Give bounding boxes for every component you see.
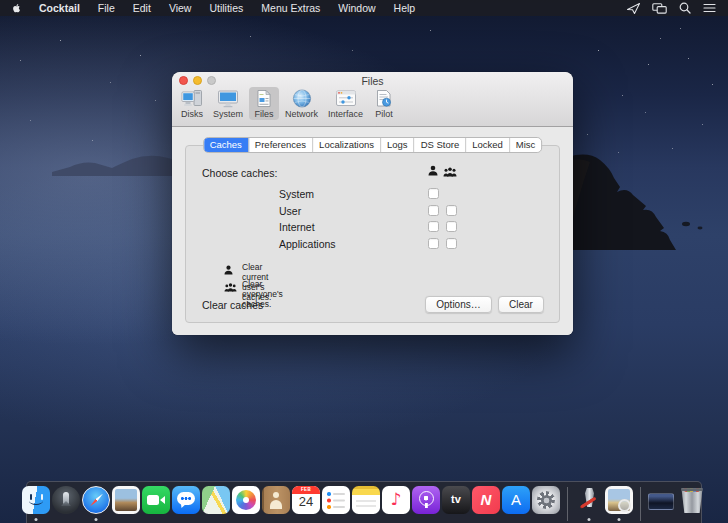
- tv-dock-icon[interactable]: tv: [442, 486, 470, 523]
- toolbar-label: Files: [255, 109, 274, 119]
- running-indicator: [35, 518, 38, 521]
- cocktail-dock-icon[interactable]: [575, 486, 603, 523]
- system-preferences-dock-icon[interactable]: [532, 486, 560, 523]
- cache-row-user: User: [186, 203, 559, 220]
- image-viewer-dock-icon[interactable]: [605, 486, 633, 523]
- window-chrome: Files Disks: [172, 72, 573, 127]
- tab-logs[interactable]: Logs: [381, 138, 415, 152]
- checkbox-applications-everyone[interactable]: [446, 238, 457, 249]
- menu-edit[interactable]: Edit: [124, 2, 160, 14]
- menu-cocktail[interactable]: Cocktail: [30, 2, 89, 14]
- cache-row-label: Internet: [279, 221, 315, 233]
- menu-help[interactable]: Help: [385, 2, 425, 14]
- menu-utilities[interactable]: Utilities: [200, 2, 252, 14]
- pilot-icon: [373, 89, 395, 108]
- displays-icon[interactable]: [652, 3, 667, 14]
- toolbar: Disks System: [177, 87, 399, 120]
- system-icon: [217, 89, 239, 108]
- caches-panel: Choose caches: SystemUserInternetApplica…: [185, 145, 560, 323]
- trash-dock-icon[interactable]: [678, 486, 706, 523]
- checkbox-user-current-user[interactable]: [428, 205, 439, 216]
- cache-row-label: User: [279, 205, 301, 217]
- tab-caches[interactable]: Caches: [204, 138, 249, 152]
- clear-caches-label: Clear caches: [202, 299, 263, 311]
- tab-preferences[interactable]: Preferences: [249, 138, 313, 152]
- cache-row-label: Applications: [279, 238, 336, 250]
- checkbox-internet-current-user[interactable]: [428, 221, 439, 232]
- toolbar-item-pilot[interactable]: Pilot: [369, 87, 399, 120]
- clear-button[interactable]: Clear: [498, 296, 544, 313]
- dock: FEB24♪tvNA: [26, 481, 702, 523]
- toolbar-item-system[interactable]: System: [209, 87, 247, 120]
- cache-row-applications: Applications: [186, 236, 559, 253]
- menu-menu-extras[interactable]: Menu Extras: [252, 2, 329, 14]
- music-dock-icon[interactable]: ♪: [382, 486, 410, 523]
- tab-bar: CachesPreferencesLocalizationsLogsDS Sto…: [203, 137, 543, 153]
- checkbox-applications-current-user[interactable]: [428, 238, 439, 249]
- options-button[interactable]: Options…: [425, 296, 492, 313]
- running-indicator: [618, 518, 621, 521]
- cocktail-files-window: Files Disks: [172, 72, 573, 335]
- toolbar-label: Pilot: [375, 109, 393, 119]
- launchpad-dock-icon[interactable]: [52, 486, 80, 523]
- single-user-icon: [224, 261, 233, 279]
- maps-dock-icon[interactable]: [202, 486, 230, 523]
- tab-ds-store[interactable]: DS Store: [415, 138, 467, 152]
- tab-localizations[interactable]: Localizations: [313, 138, 381, 152]
- files-icon: [253, 89, 275, 108]
- window-title: Files: [172, 75, 573, 87]
- checkbox-system-current-user[interactable]: [428, 188, 439, 199]
- reminders-dock-icon[interactable]: [322, 486, 350, 523]
- finder-dock-icon[interactable]: [22, 486, 50, 523]
- toolbar-label: Interface: [328, 109, 363, 119]
- disks-icon: [181, 89, 203, 108]
- podcasts-dock-icon[interactable]: [412, 486, 440, 523]
- apple-menu[interactable]: [0, 0, 30, 16]
- cache-row-internet: Internet: [186, 219, 559, 236]
- minimized-window-dock-icon[interactable]: [648, 486, 676, 523]
- news-dock-icon[interactable]: N: [472, 486, 500, 523]
- toolbar-item-files[interactable]: Files: [249, 87, 279, 120]
- checkbox-user-everyone[interactable]: [446, 205, 457, 216]
- network-globe-icon: [291, 89, 313, 108]
- running-indicator: [588, 518, 591, 521]
- safari-dock-icon[interactable]: [82, 486, 110, 523]
- toolbar-label: Network: [285, 109, 318, 119]
- menu-file[interactable]: File: [89, 2, 124, 14]
- dock-separator: [567, 487, 568, 521]
- screen: CocktailFileEditViewUtilitiesMenu Extras…: [0, 0, 728, 523]
- spotlight-search-icon[interactable]: [679, 2, 691, 14]
- apple-logo-icon: [12, 3, 21, 14]
- toolbar-item-network[interactable]: Network: [281, 87, 322, 120]
- notes-dock-icon[interactable]: [352, 486, 380, 523]
- menu-bar: CocktailFileEditViewUtilitiesMenu Extras…: [0, 0, 728, 16]
- menu-view[interactable]: View: [160, 2, 201, 14]
- group-icon: [224, 278, 237, 296]
- toolbar-label: System: [213, 109, 243, 119]
- messages-dock-icon[interactable]: [172, 486, 200, 523]
- tab-locked[interactable]: Locked: [466, 138, 510, 152]
- menu-window[interactable]: Window: [329, 2, 384, 14]
- toolbar-label: Disks: [181, 109, 203, 119]
- cache-rows: SystemUserInternetApplications: [186, 186, 559, 252]
- send-icon[interactable]: [627, 3, 640, 14]
- photos-dock-icon[interactable]: [232, 486, 260, 523]
- choose-caches-label: Choose caches:: [202, 167, 277, 179]
- single-user-icon: [428, 162, 438, 180]
- dock-separator: [640, 487, 641, 521]
- facetime-dock-icon[interactable]: [142, 486, 170, 523]
- appstore-dock-icon[interactable]: A: [502, 486, 530, 523]
- preview-dock-icon[interactable]: [112, 486, 140, 523]
- contacts-dock-icon[interactable]: [262, 486, 290, 523]
- tab-misc[interactable]: Misc: [510, 138, 542, 152]
- interface-icon: [335, 89, 357, 108]
- checkbox-internet-everyone[interactable]: [446, 221, 457, 232]
- running-indicator: [95, 518, 98, 521]
- notification-list-icon[interactable]: [703, 3, 716, 13]
- cache-row-label: System: [279, 188, 314, 200]
- toolbar-item-interface[interactable]: Interface: [324, 87, 367, 120]
- window-content: CachesPreferencesLocalizationsLogsDS Sto…: [172, 127, 573, 335]
- toolbar-item-disks[interactable]: Disks: [177, 87, 207, 120]
- group-icon: [443, 163, 457, 181]
- calendar-dock-icon[interactable]: FEB24: [292, 486, 320, 523]
